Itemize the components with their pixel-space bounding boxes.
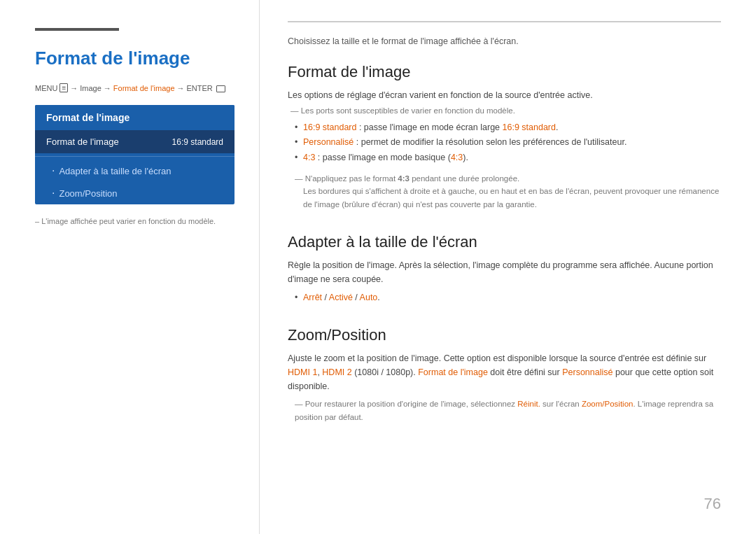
menu-panel: Format de l'image Format de l'image 16:9…: [35, 105, 234, 204]
top-bar-left-decoration: [35, 28, 119, 31]
section-title-adapter: Adapter à la taille de l'écran: [288, 233, 721, 251]
left-note: L'image affichée peut varier en fonction…: [35, 217, 238, 225]
format-note: Les ports sont susceptibles de varier en…: [288, 106, 721, 115]
zoom-perso-link: Personnalisé: [562, 367, 612, 377]
menu-sub-adapter[interactable]: Adapter à la taille de l'écran: [35, 160, 234, 182]
divider2: [288, 312, 721, 326]
format-warning: N'appliquez pas le format 4:3 pendant un…: [295, 172, 721, 211]
menu-item-value: 16:9 standard: [172, 137, 223, 147]
breadcrumb-menu: MENU: [35, 84, 57, 92]
zoom-reinit-link: Réinit.: [517, 400, 540, 408]
zoom-format-link: Format de l'image: [418, 367, 488, 377]
zoom-hdmi2: HDMI 2: [322, 367, 351, 377]
bullet-personnalise-link: Personnalisé: [303, 137, 354, 147]
section-title-zoom: Zoom/Position: [288, 326, 721, 344]
menu-sub-label-1: Adapter à la taille de l'écran: [59, 166, 171, 176]
breadcrumb-current: Format de l'image: [113, 84, 175, 92]
enter-icon: [216, 85, 225, 92]
breadcrumb-arrow1: →: [70, 84, 78, 92]
activé-link: Activé: [329, 293, 353, 302]
page-title: Format de l'image: [35, 48, 238, 69]
left-column: Format de l'image MENU ≡ → Image → Forma…: [0, 0, 259, 534]
section-title-format: Format de l'image: [288, 63, 721, 81]
zoom-note-line: Pour restaurer la position d'origine de …: [295, 398, 721, 423]
menu-item-format[interactable]: Format de l'image 16:9 standard: [35, 130, 234, 153]
zoom-position-link: Zoom/Position: [582, 400, 634, 408]
zoom-note: Pour restaurer la position d'origine de …: [295, 398, 721, 423]
arrêt-link: Arrêt: [303, 293, 322, 302]
page-container: Format de l'image MENU ≡ → Image → Forma…: [0, 0, 756, 534]
bullet-arrêt-activé-auto: Arrêt / Activé / Auto.: [295, 290, 721, 305]
bullet-43-link: 4:3: [303, 153, 315, 162]
breadcrumb: MENU ≡ → Image → Format de l'image → ENT…: [35, 83, 238, 92]
breadcrumb-enter: ENTER: [187, 84, 213, 92]
format-bullet-list: 16:9 standard : passe l'image en mode éc…: [288, 120, 721, 165]
right-column: Choisissez la taille et le format de l'i…: [259, 0, 756, 534]
top-bar-right-decoration: [288, 21, 721, 22]
menu-sub-label-2: Zoom/Position: [59, 188, 117, 199]
menu-item-label: Format de l'image: [46, 136, 119, 147]
adapter-bullet-list: Arrêt / Activé / Auto.: [288, 290, 721, 305]
divider1: [288, 219, 721, 233]
menu-divider: [35, 156, 234, 157]
breadcrumb-arrow2: →: [104, 84, 111, 92]
menu-sub-zoom[interactable]: Zoom/Position: [35, 182, 234, 204]
bullet-169: 16:9 standard : passe l'image en mode éc…: [295, 120, 721, 135]
bullet-43-paren: 4:3: [451, 153, 463, 162]
bullet-personnalise: Personnalisé : permet de modifier la rés…: [295, 135, 721, 150]
bullet-169-link2: 16:9 standard: [503, 122, 556, 132]
breadcrumb-image: Image: [80, 84, 102, 92]
bullet-43: 4:3 : passe l'image en mode basique (4:3…: [295, 150, 721, 165]
auto-link: Auto: [360, 293, 378, 302]
bullet-169-link1: 16:9 standard: [303, 122, 356, 132]
zoom-hdmi1: HDMI 1: [288, 367, 317, 377]
breadcrumb-arrow3: →: [177, 84, 185, 92]
menu-icon: ≡: [59, 83, 68, 92]
warn-line2: Les bordures qui s'affichent à droite et…: [295, 185, 721, 211]
section-body-zoom: Ajuste le zoom et la position de l'image…: [288, 351, 721, 393]
right-intro: Choisissez la taille et le format de l'i…: [288, 36, 721, 46]
section-body-format: Les options de réglage d'écran varient e…: [288, 88, 721, 102]
section-body-adapter: Règle la position de l'image. Après la s…: [288, 258, 721, 286]
page-number: 76: [704, 495, 721, 513]
warn-line1: N'appliquez pas le format 4:3 pendant un…: [295, 172, 721, 185]
menu-panel-header: Format de l'image: [35, 105, 234, 130]
